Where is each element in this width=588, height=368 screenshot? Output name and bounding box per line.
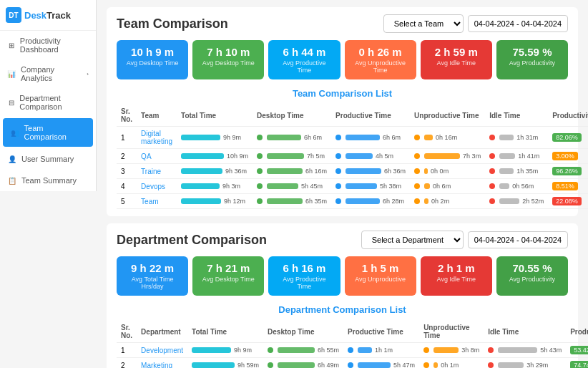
stat-label: Avg Idle Time	[428, 276, 485, 283]
dept-name[interactable]: Development	[137, 343, 187, 358]
col-productivity: Productivity	[566, 321, 588, 343]
sidebar-item-productivity[interactable]: ⊞ Productivity Dashboard	[0, 31, 96, 59]
stat-label: Avg Unproductive Time	[352, 59, 409, 74]
team-comparison-table: Sr. No. Team Total Time Desktop Time Pro…	[117, 105, 588, 209]
col-team: Team	[137, 105, 177, 127]
company-icon: 📊	[7, 69, 16, 79]
sr-no: 2	[117, 358, 137, 369]
idle-time: 3h 29m	[484, 358, 566, 369]
total-time: 9h 36m	[177, 164, 253, 179]
team-icon: 👥	[10, 127, 20, 137]
total-time: 10h 9m	[177, 149, 253, 164]
col-srno: Sr. No.	[117, 321, 137, 343]
col-desktop: Desktop Time	[263, 321, 343, 343]
team-name[interactable]: Team	[137, 194, 177, 209]
team-select[interactable]: Select a Team	[383, 14, 464, 33]
sidebar-item-teamsummary[interactable]: 📋 Team Summary	[0, 170, 96, 191]
stat-value: 6 h 16 m	[275, 262, 333, 274]
table-row: 1 Development 9h 9m 6h 55m 1h 1m	[117, 343, 588, 358]
dept-table-title: Department Comparison List	[117, 304, 568, 315]
total-time: 9h 12m	[177, 194, 253, 209]
stat-value: 70.55 %	[504, 262, 561, 274]
dept-date-range[interactable]: 04-04-2024 - 04-04-2024	[468, 231, 568, 248]
dept-stat-total: 9 h 22 m Avg Total Time Hrs/day	[117, 256, 188, 296]
idle-time: 1h 31m	[485, 127, 548, 149]
stat-label: Avg Desktop Time	[124, 59, 181, 67]
team-name[interactable]: QA	[137, 149, 177, 164]
col-dept: Department	[137, 321, 187, 343]
table-row: 4 Devops 9h 3m 5h 45m 5h 38m	[117, 179, 588, 194]
unproductive-time: 0h 6m	[410, 179, 485, 194]
total-time: 9h 3m	[177, 179, 253, 194]
team-stat-desktop1: 10 h 9 m Avg Desktop Time	[117, 40, 188, 79]
sidebar-logo: DT DeskTrack ⊞ Productivity Dashboard 📊 …	[0, 0, 97, 191]
table-row: 3 Traine 9h 36m 6h 16m 6h 36m	[117, 164, 588, 179]
dept-comparison-title: Department Comparison	[117, 233, 267, 248]
total-time: 9h 9m	[177, 127, 253, 149]
logo-icon: DT	[6, 7, 21, 23]
stat-label: Avg Desktop Time	[200, 276, 257, 283]
productive-time: 5h 47m	[343, 358, 419, 369]
unproductive-time: 0h 1m	[419, 358, 484, 369]
desktop-time: 7h 5m	[253, 149, 331, 164]
productivity-badge: 82.06%	[548, 127, 588, 149]
stat-label: Avg Unproductive	[352, 276, 409, 283]
col-unproductive: Unproductive Time	[410, 105, 485, 127]
col-total: Total Time	[187, 321, 263, 343]
dept-stat-desktop: 7 h 21 m Avg Desktop Time	[192, 256, 264, 296]
stat-value: 9 h 22 m	[124, 262, 181, 274]
team-name[interactable]: Digital marketing	[137, 127, 177, 149]
sidebar-item-department[interactable]: ⊟ Department Comparison	[0, 88, 96, 117]
col-total: Total Time	[177, 105, 253, 127]
unproductive-time: 0h 16m	[410, 127, 485, 149]
sidebar-item-user[interactable]: 👤 User Summary	[0, 148, 96, 170]
stat-value: 7 h 10 m	[200, 46, 257, 58]
sidebar-item-company[interactable]: 📊 Company Analytics ›	[0, 59, 96, 88]
dept-comparison-section: Department Comparison Select a Departmen…	[107, 223, 578, 368]
dept-comparison-table: Sr. No. Department Total Time Desktop Ti…	[117, 321, 588, 368]
productivity-badge: 53.42	[566, 343, 588, 358]
dept-stat-productivity: 70.55 % Avg Productivity	[496, 256, 568, 296]
idle-time: 5h 43m	[484, 343, 566, 358]
col-productive: Productive Time	[331, 105, 410, 127]
team-name[interactable]: Traine	[137, 164, 177, 179]
productivity-badge: 22.08%	[548, 194, 588, 209]
sr-no: 1	[117, 343, 137, 358]
total-time: 9h 9m	[187, 343, 263, 358]
team-comparison-section: Team Comparison Select a Team 04-04-2024…	[107, 7, 578, 216]
col-desktop: Desktop Time	[253, 105, 331, 127]
unproductive-time: 0h 2m	[410, 194, 485, 209]
team-stat-desktop2: 7 h 10 m Avg Desktop Time	[192, 40, 264, 79]
total-time: 9h 59m	[187, 358, 263, 369]
table-row: 2 QA 10h 9m 7h 5m 4h 5m	[117, 149, 588, 164]
sidebar-item-team[interactable]: 👥 Team Comparison	[3, 118, 93, 147]
col-idle: Idle Time	[484, 321, 566, 343]
stat-label: Avg Idle Time	[428, 59, 485, 67]
productivity-badge: 74.74%	[566, 358, 588, 369]
sr-no: 5	[117, 194, 137, 209]
desktop-time: 6h 16m	[253, 164, 331, 179]
desktop-time: 6h 55m	[263, 343, 343, 358]
stat-label: Avg Productive Time	[275, 276, 333, 290]
team-stat-cards: 10 h 9 m Avg Desktop Time 7 h 10 m Avg D…	[117, 40, 568, 79]
dept-name[interactable]: Marketing	[137, 358, 187, 369]
productive-time: 4h 5m	[331, 149, 410, 164]
productivity-badge: 3.00%	[548, 149, 588, 164]
sidebar-item-label: User Summary	[21, 155, 74, 163]
team-name[interactable]: Devops	[137, 179, 177, 194]
col-productivity: Productivity	[548, 105, 588, 127]
sidebar-item-label: Team Comparison	[24, 124, 86, 141]
productivity-badge: 8.51%	[548, 179, 588, 194]
desktop-time: 5h 45m	[253, 179, 331, 194]
desktop-time: 6h 35m	[253, 194, 331, 209]
productivity-icon: ⊞	[7, 40, 16, 50]
col-unproductive: Unproductive Time	[419, 321, 484, 343]
sidebar-item-label: Productivity Dashboard	[20, 37, 89, 54]
productive-time: 6h 28m	[331, 194, 410, 209]
stat-label: Avg Productive Time	[275, 59, 333, 74]
stat-value: 6 h 44 m	[275, 46, 333, 58]
team-date-range[interactable]: 04-04-2024 - 04-04-2024	[468, 15, 568, 32]
idle-time: 1h 35m	[485, 164, 548, 179]
stat-label: Avg Productivity	[504, 59, 561, 67]
dept-select[interactable]: Select a Department	[361, 231, 464, 249]
